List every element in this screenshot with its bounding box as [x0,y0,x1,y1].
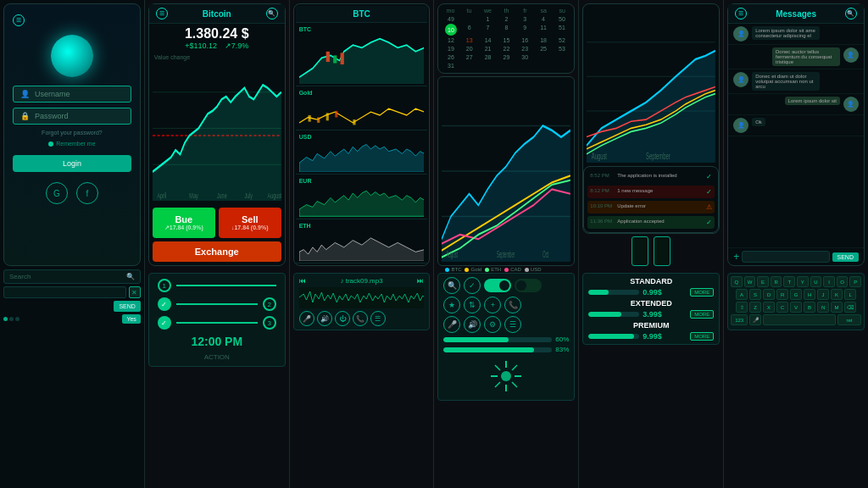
phone-toggle-btn[interactable]: 📞 [504,297,521,313]
notif-time-4: 11:36 PM [590,219,614,224]
key-B[interactable]: B [804,302,815,313]
buy-button[interactable]: Bue ↗17.84 (0.9%) [153,208,215,238]
avatar-2: 👤 [843,47,859,63]
list-btn[interactable]: ☰ [370,311,386,326]
login-button[interactable]: Login [13,155,131,172]
username-field[interactable]: 👤 Username [13,86,131,103]
key-D[interactable]: D [763,289,775,300]
calendar-panel: mo tu we th fr sa su 49 1 2 3 4 50 10 6 [434,0,579,488]
key-X[interactable]: X [763,302,775,313]
add-toggle-btn[interactable]: + [484,297,501,313]
notif-area-chart: August September [587,8,715,163]
key-K[interactable]: K [831,289,843,300]
send-message-btn[interactable]: SEND [832,252,859,262]
prev-icon[interactable]: ⏮ [299,277,306,285]
key-space[interactable] [763,314,836,325]
menu-icon-msg[interactable]: ☰ [735,8,747,19]
menu-icon[interactable]: ☰ [13,14,25,26]
key-mic-kbd[interactable]: 🎤 [749,314,761,325]
mic-btn[interactable]: 🎤 [299,311,314,326]
toggle-switch-1[interactable] [484,279,511,292]
key-C[interactable]: C [776,302,788,313]
buy-label: Bue [175,214,192,225]
key-H[interactable]: H [804,289,815,300]
legend-btc: BTC [445,267,461,272]
key-G[interactable]: G [790,289,802,300]
search-icon-msg[interactable]: 🔍 [845,8,857,19]
phone-btn[interactable]: 📞 [353,311,368,326]
search-bar[interactable]: Search 🔍 [3,269,141,284]
menu-icon-2[interactable]: ☰ [156,8,168,19]
key-Q[interactable]: Q [731,276,743,287]
svg-rect-13 [340,53,343,64]
key-I[interactable]: I [823,276,835,287]
key-shift[interactable]: ⇧ [736,302,748,313]
key-backspace[interactable]: ⌫ [844,302,856,313]
clear-filter-btn[interactable]: ✕ [129,286,141,298]
vol-btn[interactable]: 🔊 [317,311,332,326]
key-Z[interactable]: Z [749,302,761,313]
step-line-1 [176,285,276,286]
mic2-toggle-btn[interactable]: 🎤 [443,316,460,333]
key-R[interactable]: R [771,276,782,287]
extended-more-btn[interactable]: MORE [690,310,714,319]
add-message-icon[interactable]: + [733,251,739,263]
toggle-switch-2[interactable] [515,279,542,292]
sell-button[interactable]: Sell ↓17.84 (0.9%) [219,208,281,238]
key-S[interactable]: S [749,289,761,300]
key-N[interactable]: N [817,302,829,313]
vol2-toggle-btn[interactable]: 🔊 [464,316,481,333]
svg-text:May: May [189,191,198,200]
search-icon-2[interactable]: 🔍 [266,8,278,19]
key-O[interactable]: O [837,276,849,287]
svg-marker-19 [299,145,425,173]
radio-btn[interactable] [48,141,53,147]
standard-more-btn[interactable]: MORE [690,288,714,297]
star-toggle-btn[interactable]: ★ [443,297,460,313]
cal-16: 16 [516,36,534,44]
svg-line-34 [495,365,500,370]
next-icon[interactable]: ⏭ [417,277,424,285]
key-U[interactable]: U [810,276,822,287]
notif-list: 8:52 PM The application is installed ✓ 8… [583,166,719,233]
cal-3: 3 [516,15,534,23]
facebook-icon[interactable]: f [76,182,98,204]
cal-empty5 [479,62,497,69]
search-icon: 🔍 [126,273,135,280]
key-T[interactable]: T [783,276,795,287]
send-button[interactable]: SEND [114,301,140,312]
key-P[interactable]: P [849,276,861,287]
msg-bubble-5: Ok [752,118,765,126]
key-R2[interactable]: R [776,289,788,300]
exchange-button[interactable]: Exchange [153,241,281,262]
key-Y[interactable]: Y [797,276,809,287]
svg-text:August: August [267,191,281,200]
check-toggle-btn[interactable]: ✓ [464,277,481,294]
key-A[interactable]: A [736,289,748,300]
share-toggle-btn[interactable]: ⇅ [464,297,481,313]
progress-83-text: 83% [555,346,569,353]
svg-marker-41 [587,51,715,163]
key-123[interactable]: 123 [731,314,748,325]
list-toggle-btn[interactable]: ☰ [504,316,521,333]
settings-toggle-btn[interactable]: ⚙ [484,316,501,333]
search-toggle-btn[interactable]: 🔍 [443,277,460,294]
key-L[interactable]: L [844,289,856,300]
key-J[interactable]: J [817,289,829,300]
premium-more-btn[interactable]: MORE [690,332,714,341]
key-E[interactable]: E [757,276,769,287]
power-btn[interactable]: ⏻ [335,311,350,326]
notif-item-3: 10:10 PM Update error ⚠ [587,201,715,214]
password-label: Password [35,112,69,120]
extended-bar [588,312,639,317]
password-field[interactable]: 🔒 Password [13,108,131,125]
eth-mini-chart [299,229,425,261]
message-input[interactable] [742,251,829,263]
key-M[interactable]: M [831,302,843,313]
notif-check-4: ✓ [706,219,712,226]
yes-button[interactable]: Yes [122,314,140,324]
google-icon[interactable]: G [46,182,68,204]
key-W[interactable]: W [744,276,756,287]
key-V[interactable]: V [790,302,802,313]
key-return[interactable]: ret [837,314,861,325]
